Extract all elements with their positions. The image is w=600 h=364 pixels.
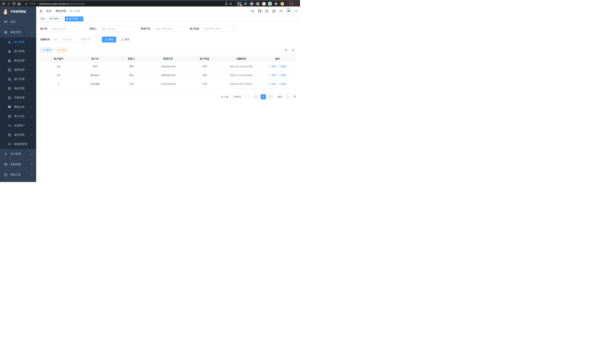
sidebar-item-user[interactable]: 用户管理 (0, 47, 36, 56)
date-range-picker[interactable]: 开始日期 - 结束日期 (52, 37, 96, 42)
sidebar-item-sms[interactable]: 短信管理 (0, 130, 36, 140)
reset-button[interactable]: 重置 (118, 37, 132, 42)
address-divider (38, 2, 38, 5)
prev-page-button[interactable] (253, 94, 259, 99)
github-icon[interactable] (258, 9, 262, 13)
dashboard-icon (4, 20, 7, 24)
extension-chat-icon[interactable] (268, 2, 272, 6)
extension-y-icon[interactable]: Y (262, 2, 266, 6)
breadcrumb-system[interactable]: 系统管理 (56, 9, 66, 13)
mobile-input[interactable] (153, 26, 184, 32)
sidebar-item-infra[interactable]: 基础设施 (0, 159, 36, 169)
browser-update-button[interactable]: 更新 (287, 1, 298, 6)
close-icon[interactable]: × (79, 18, 82, 20)
navbar: 首页 / 系统管理 / 租户管理 (36, 7, 300, 16)
sidebar-item-dict[interactable]: 字典管理 (0, 93, 36, 103)
security-label[interactable]: 不安全 (29, 2, 36, 5)
tab-tenant[interactable]: 租户管理× (65, 17, 83, 21)
profile-avatar-icon[interactable] (280, 2, 284, 6)
edit-link[interactable]: 修改 (269, 74, 276, 77)
col-created: 创建时间 (223, 56, 259, 62)
export-button[interactable]: 导出 (55, 47, 68, 53)
breadcrumb-separator: / (53, 10, 54, 13)
tab-home[interactable]: 首页 (39, 17, 47, 21)
sidebar-item-dev-tools[interactable]: 研发工具 (0, 169, 36, 180)
chevron-right-icon (270, 96, 272, 98)
system-submenu: 租户管理 用户管理 角色管理 菜单管理 部门管理 岗位管理 (0, 37, 36, 149)
font-size-icon[interactable] (279, 9, 282, 13)
extension-devtool-icon[interactable]: 10 (237, 2, 241, 6)
tenant-name-input[interactable] (50, 26, 84, 32)
sidebar-item-audit-log[interactable]: 审计日志 (0, 112, 36, 121)
sidebar-collapse-icon[interactable] (39, 9, 43, 13)
edit-link[interactable]: 修改 (269, 65, 276, 68)
refresh-table-button[interactable] (290, 47, 296, 53)
search-button[interactable]: 搜索 (102, 37, 116, 42)
extension-command-icon[interactable]: ⌘ (250, 2, 253, 6)
sidebar-item-tenant[interactable]: 租户管理 (0, 37, 36, 47)
extension-balloon-icon[interactable] (244, 2, 247, 6)
sidebar-item-menu[interactable]: 菜单管理 (0, 65, 36, 75)
contact-input[interactable] (99, 26, 135, 32)
edit-link[interactable]: 修改 (269, 82, 276, 85)
browser-menu-icon[interactable] (296, 3, 296, 5)
sidebar-item-system[interactable]: 系统管理 (0, 27, 36, 37)
total-count: 共 3 条 (221, 95, 229, 99)
chevron-down-icon (31, 174, 33, 176)
sidebar-item-error-code[interactable]: 错误码管理 (0, 140, 36, 149)
delete-link[interactable]: 删除 (279, 65, 286, 68)
delete-link[interactable]: 删除 (279, 74, 286, 77)
show-search-toggle-button[interactable] (283, 47, 289, 53)
sidebar-item-home[interactable]: 首页 (0, 17, 36, 27)
filter-row-1: 租户名 联系人 联系手机 租户状态 请选择租户状态 (40, 26, 296, 32)
navbar-actions (251, 7, 297, 15)
help-icon[interactable] (265, 9, 268, 13)
sidebar-item-dept[interactable]: 部门管理 (0, 75, 36, 84)
browser-forward-icon[interactable] (7, 2, 10, 5)
tenant-name-label: 租户名 (40, 27, 47, 30)
close-icon[interactable]: × (59, 18, 62, 20)
sidebar-item-notice[interactable]: 通知公告 (0, 103, 36, 112)
chevron-down-icon (31, 115, 33, 117)
sidebar-item-role[interactable]: 角色管理 (0, 56, 36, 65)
toolbox-icon (4, 173, 7, 177)
col-actions: 操作 (259, 56, 296, 62)
sidebar-item-post[interactable]: 岗位管理 (0, 84, 36, 93)
page-number-1[interactable]: 1 (261, 94, 266, 99)
date-start-placeholder[interactable]: 开始日期 (58, 38, 75, 41)
filter-tenant-name: 租户名 (40, 26, 84, 32)
extensions-puzzle-icon[interactable] (274, 2, 278, 6)
goto-page-input[interactable] (284, 94, 292, 100)
sidebar-item-online-user[interactable]: 在线用户 (0, 121, 36, 130)
trash-icon (279, 83, 281, 85)
browser-reload-icon[interactable] (12, 2, 16, 5)
tab-dept[interactable]: 部门管理× (48, 17, 64, 21)
avatar[interactable] (286, 7, 294, 15)
status-select[interactable]: 请选择租户状态 (202, 26, 236, 32)
add-button[interactable]: 新增 (40, 47, 53, 53)
page-size-select[interactable]: 10条/页 (231, 94, 249, 100)
share-icon[interactable] (225, 2, 228, 5)
fullscreen-icon[interactable] (272, 9, 275, 13)
sidebar-logo[interactable]: 芋道管理系统 (0, 7, 36, 17)
breadcrumb: 首页 / 系统管理 / 租户管理 (46, 9, 80, 13)
browser-back-icon[interactable] (2, 2, 5, 5)
download-icon (58, 49, 60, 51)
col-tenant-name: 租户名 (77, 56, 113, 62)
header-search-icon[interactable] (251, 9, 254, 13)
delete-link[interactable]: 删除 (279, 82, 286, 85)
not-secure-warning-icon (25, 2, 28, 5)
extension-recorder-icon[interactable] (256, 2, 260, 6)
address-bar[interactable]: 不安全 dashboard.yudao.iocoder.cn/system/te… (23, 1, 234, 6)
breadcrumb-home[interactable]: 首页 (46, 9, 51, 13)
date-end-placeholder[interactable]: 结束日期 (77, 38, 94, 41)
url-text[interactable]: dashboard.yudao.iocoder.cn/system/tenant (39, 2, 85, 5)
next-page-button[interactable] (268, 94, 273, 99)
message-icon (8, 105, 11, 109)
sidebar-item-payment[interactable]: ¥ 支付管理 (0, 149, 36, 159)
user-menu[interactable] (286, 7, 297, 15)
filter-mobile: 联系手机 (141, 26, 184, 32)
browser-home-icon[interactable] (18, 2, 21, 5)
tenant-table: 租户编号 租户名 联系人 联系手机 租户状态 创建时间 操作 108 测试 测试 (40, 56, 296, 88)
bookmark-star-icon[interactable] (229, 2, 232, 5)
